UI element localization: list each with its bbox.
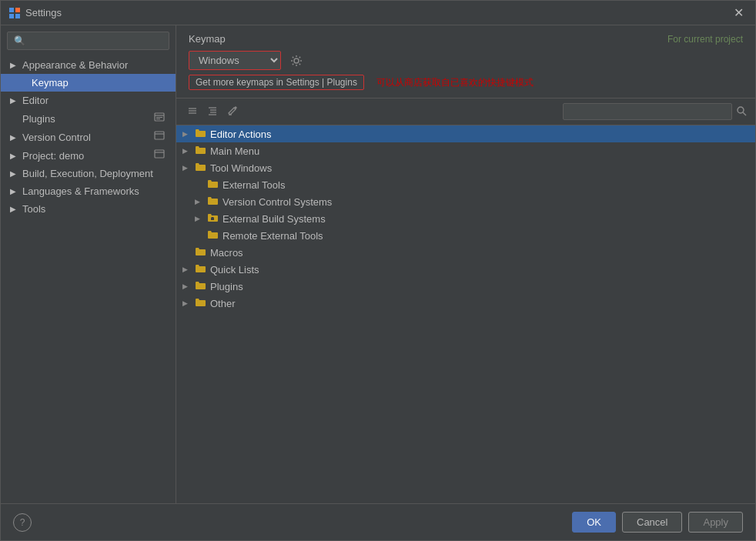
expand-all-button[interactable] (184, 104, 201, 120)
svg-rect-1 (15, 8, 20, 12)
close-button[interactable]: ✕ (729, 4, 748, 22)
svg-rect-23 (211, 218, 214, 220)
ok-button[interactable]: OK (572, 512, 616, 533)
sidebar-item-appearance[interactable]: ▶ Appearance & Behavior (1, 56, 176, 74)
sidebar-item-label: Keymap (32, 77, 166, 88)
sidebar-item-project[interactable]: ▶ Project: demo (1, 146, 176, 165)
expand-arrow-icon: ▶ (182, 164, 195, 172)
expand-arrow-icon: ▶ (182, 147, 195, 155)
tree-item-remote-external-tools[interactable]: Remote External Tools (176, 227, 755, 244)
sidebar-item-label: Tools (22, 203, 166, 215)
tree-item-external-tools[interactable]: External Tools (176, 176, 755, 193)
help-button[interactable]: ? (13, 513, 32, 532)
keymap-title: Keymap (189, 33, 235, 45)
arrow-icon: ▶ (10, 152, 19, 160)
folder-special-icon (195, 297, 207, 309)
sidebar-item-plugins[interactable]: Plugins (1, 109, 176, 128)
tree-item-tool-windows[interactable]: ▶ Tool Windows (176, 159, 755, 176)
sidebar-item-languages[interactable]: ▶ Languages & Frameworks (1, 182, 176, 200)
keymap-link-row: Get more keymaps in Settings | Plugins 可… (189, 75, 743, 90)
folder-icon (207, 229, 219, 242)
svg-rect-8 (155, 132, 164, 139)
arrow-icon: ▶ (10, 187, 19, 195)
tree-toolbar (176, 99, 755, 125)
sidebar-item-label: Build, Execution, Deployment (22, 168, 166, 179)
tree-search-input[interactable] (563, 103, 732, 120)
edit-button[interactable] (224, 104, 241, 120)
keymap-tree: ▶ Editor Actions ▶ Main Menu ▶ (176, 125, 755, 503)
search-keybinding-button[interactable] (735, 105, 748, 119)
for-current-project: For current project (667, 34, 743, 45)
collapse-all-button[interactable] (204, 104, 221, 120)
svg-point-21 (738, 107, 744, 113)
expand-arrow-icon: ▶ (182, 299, 195, 307)
folder-icon (195, 246, 207, 259)
tree-item-label: Macros (210, 247, 243, 259)
tree-item-external-build-systems[interactable]: ▶ External Build Systems (176, 210, 755, 227)
tree-item-label: Quick Lists (210, 264, 259, 276)
keymap-scheme-dropdown[interactable]: Windows (189, 51, 281, 70)
tree-item-main-menu[interactable]: ▶ Main Menu (176, 142, 755, 159)
sidebar-item-label: Project: demo (22, 150, 154, 162)
tree-item-label: Main Menu (210, 145, 259, 157)
tree-item-plugins[interactable]: ▶ Plugins (176, 278, 755, 295)
sidebar-item-editor[interactable]: ▶ Editor (1, 92, 176, 109)
sidebar-item-tools[interactable]: ▶ Tools (1, 200, 176, 218)
keymap-title-row: Keymap For current project (189, 33, 743, 45)
sidebar-item-build[interactable]: ▶ Build, Execution, Deployment (1, 165, 176, 182)
keymap-selector-row: Windows (189, 51, 743, 70)
keymap-hint: 可以从商店获取自已喜欢的快捷键模式 (376, 77, 534, 88)
tree-item-macros[interactable]: Macros (176, 244, 755, 261)
badge-icon (154, 149, 166, 162)
svg-point-12 (294, 58, 299, 63)
cancel-button[interactable]: Cancel (622, 512, 682, 533)
svg-rect-10 (155, 150, 164, 158)
tree-item-quick-lists[interactable]: ▶ Quick Lists (176, 261, 755, 278)
search-box (1, 25, 176, 56)
arrow-icon: ▶ (10, 61, 19, 69)
badge-icon (154, 112, 166, 125)
sidebar: ▶ Appearance & Behavior Keymap ▶ Editor … (1, 25, 176, 503)
app-icon (8, 7, 21, 19)
svg-rect-0 (9, 8, 14, 12)
tree-item-editor-actions[interactable]: ▶ Editor Actions (176, 125, 755, 142)
folder-icon (195, 128, 207, 140)
gear-button[interactable] (287, 52, 306, 70)
sidebar-item-label: Version Control (22, 132, 154, 143)
svg-line-22 (743, 112, 746, 115)
tree-item-label: Remote External Tools (222, 230, 323, 242)
right-panel: Keymap For current project Windows (176, 25, 755, 503)
arrow-icon: ▶ (10, 133, 19, 142)
settings-window: Settings ✕ ▶ Appearance & Behavior Keyma… (0, 0, 756, 541)
sidebar-item-keymap[interactable]: Keymap (1, 74, 176, 92)
expand-arrow-icon: ▶ (182, 130, 195, 138)
window-title: Settings (25, 7, 729, 18)
badge-icon (154, 131, 166, 143)
keymap-plugin-link[interactable]: Get more keymaps in Settings | Plugins (189, 75, 364, 90)
sidebar-item-label: Appearance & Behavior (22, 59, 166, 71)
tree-item-version-control-systems[interactable]: ▶ Version Control Systems (176, 193, 755, 210)
svg-rect-7 (156, 119, 160, 119)
sidebar-item-label: Plugins (22, 113, 154, 125)
tree-item-label: External Tools (222, 179, 285, 191)
bottom-bar: ? OK Cancel Apply (1, 503, 755, 540)
apply-button[interactable]: Apply (688, 512, 743, 533)
folder-icon (195, 162, 207, 174)
tree-item-label: Other (210, 298, 236, 309)
tree-item-label: External Build Systems (222, 213, 326, 225)
sidebar-item-label: Editor (22, 95, 166, 106)
folder-icon (207, 195, 219, 208)
expand-arrow-icon: ▶ (195, 215, 207, 222)
expand-arrow-icon: ▶ (195, 198, 207, 205)
title-bar: Settings ✕ (1, 1, 755, 25)
search-area (563, 103, 748, 120)
tree-item-other[interactable]: ▶ Other (176, 295, 755, 312)
sidebar-item-version-control[interactable]: ▶ Version Control (1, 128, 176, 146)
sidebar-search-input[interactable] (7, 32, 169, 50)
expand-arrow-icon: ▶ (182, 265, 195, 273)
arrow-icon: ▶ (10, 96, 19, 105)
keymap-header: Keymap For current project Windows (176, 25, 755, 99)
expand-arrow-icon: ▶ (182, 282, 195, 290)
tree-item-label: Plugins (210, 281, 243, 292)
tree-item-label: Editor Actions (210, 129, 272, 140)
